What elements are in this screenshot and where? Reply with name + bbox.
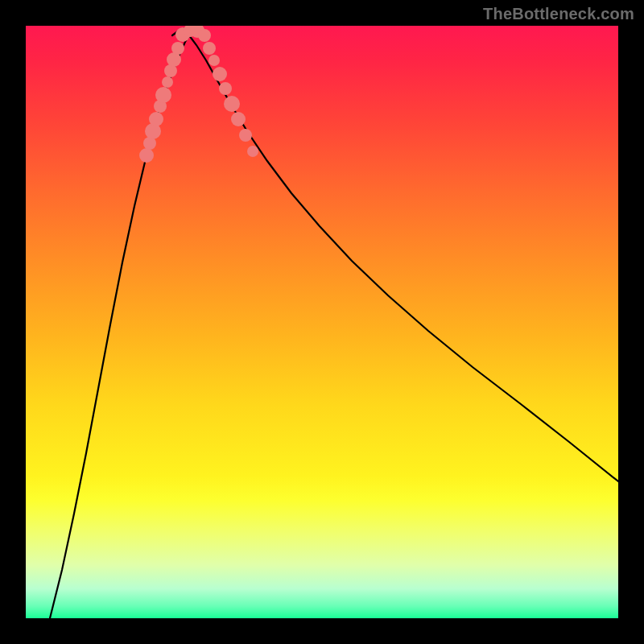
data-marker: [213, 67, 227, 81]
data-marker: [149, 112, 163, 126]
data-marker: [239, 129, 252, 142]
data-marker: [162, 76, 173, 88]
data-markers: [139, 26, 258, 163]
chart-svg: [26, 26, 618, 618]
data-marker: [231, 112, 246, 126]
data-marker: [219, 82, 232, 95]
plot-area: [26, 26, 618, 618]
data-marker: [208, 55, 220, 66]
data-marker: [198, 29, 211, 42]
data-marker: [203, 42, 216, 55]
data-marker: [171, 42, 184, 55]
data-marker: [155, 87, 171, 103]
data-marker: [139, 148, 154, 163]
data-marker: [224, 96, 240, 112]
watermark-text: TheBottleneck.com: [483, 5, 634, 23]
data-marker: [247, 146, 258, 157]
chart-frame: TheBottleneck.com: [0, 0, 644, 644]
left-curve: [50, 35, 189, 618]
right-curve: [189, 35, 618, 481]
